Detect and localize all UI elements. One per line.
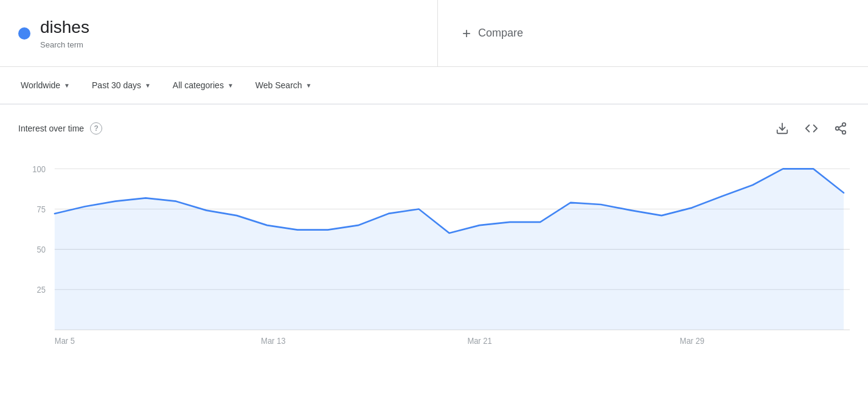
svg-text:Mar 5: Mar 5 bbox=[55, 337, 75, 346]
filters-bar: Worldwide ▼ Past 30 days ▼ All categorie… bbox=[0, 67, 868, 105]
chart-actions bbox=[773, 119, 850, 138]
svg-text:100: 100 bbox=[32, 164, 46, 173]
term-color-indicator bbox=[18, 27, 30, 40]
embed-button[interactable] bbox=[802, 119, 821, 138]
svg-line-4 bbox=[839, 129, 842, 131]
categories-filter-label: All categories bbox=[173, 80, 224, 90]
categories-chevron-icon: ▼ bbox=[227, 82, 234, 89]
chart-title-group: Interest over time ? bbox=[18, 122, 102, 135]
region-chevron-icon: ▼ bbox=[64, 82, 70, 89]
search-type-chevron-icon: ▼ bbox=[306, 82, 312, 89]
search-type-filter[interactable]: Web Search ▼ bbox=[247, 75, 321, 95]
search-term-section: dishes Search term bbox=[0, 0, 438, 66]
header: dishes Search term + Compare bbox=[0, 0, 868, 67]
region-filter[interactable]: Worldwide ▼ bbox=[12, 75, 78, 95]
compare-section[interactable]: + Compare bbox=[438, 0, 547, 66]
region-filter-label: Worldwide bbox=[21, 80, 60, 90]
period-filter[interactable]: Past 30 days ▼ bbox=[83, 75, 159, 95]
help-question-mark: ? bbox=[94, 124, 98, 133]
search-type-filter-label: Web Search bbox=[255, 80, 302, 90]
chart-section: Interest over time ? bbox=[0, 105, 868, 365]
chart-header: Interest over time ? bbox=[18, 119, 850, 138]
svg-line-5 bbox=[839, 125, 842, 128]
chart-title: Interest over time bbox=[18, 124, 84, 133]
svg-text:50: 50 bbox=[36, 245, 45, 254]
share-button[interactable] bbox=[832, 119, 850, 138]
download-button[interactable] bbox=[773, 119, 791, 138]
svg-text:75: 75 bbox=[36, 204, 45, 214]
search-term-type: Search term bbox=[40, 40, 89, 49]
help-icon[interactable]: ? bbox=[90, 122, 102, 135]
trend-chart: 100 75 50 25 Mar 5 Mar 13 Mar 21 Mar 29 bbox=[18, 156, 850, 351]
term-info: dishes Search term bbox=[40, 17, 89, 49]
compare-plus-icon: + bbox=[462, 25, 471, 42]
svg-text:Mar 29: Mar 29 bbox=[680, 337, 704, 346]
period-chevron-icon: ▼ bbox=[145, 82, 151, 89]
categories-filter[interactable]: All categories ▼ bbox=[164, 75, 242, 95]
period-filter-label: Past 30 days bbox=[92, 80, 141, 90]
compare-label: Compare bbox=[478, 27, 523, 40]
svg-text:25: 25 bbox=[36, 285, 45, 295]
chart-container: 100 75 50 25 Mar 5 Mar 13 Mar 21 Mar 29 bbox=[18, 156, 850, 353]
svg-text:Mar 21: Mar 21 bbox=[467, 337, 491, 346]
svg-text:Mar 13: Mar 13 bbox=[261, 337, 285, 346]
search-term-name: dishes bbox=[40, 17, 89, 38]
trend-area bbox=[55, 169, 844, 330]
